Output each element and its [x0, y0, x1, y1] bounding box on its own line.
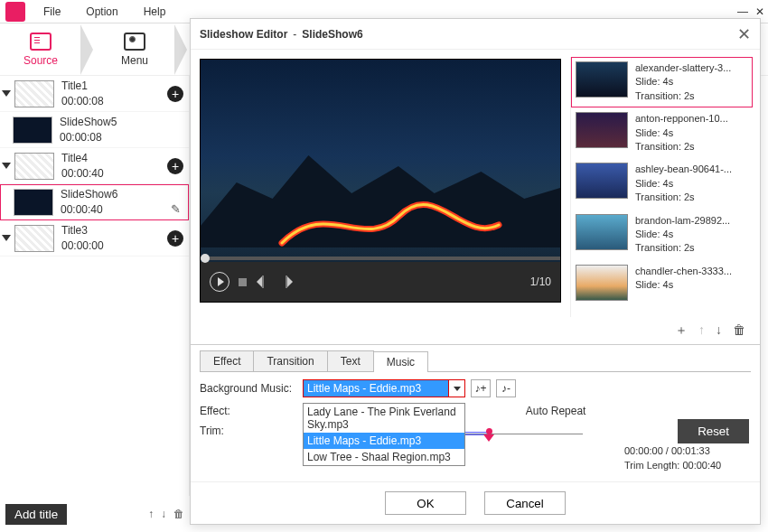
- slide-row[interactable]: brandon-lam-29892...Slide: 4sTransition:…: [571, 210, 753, 260]
- expand-icon[interactable]: [2, 235, 11, 241]
- slide-thumbnail: [576, 265, 628, 301]
- slide-row[interactable]: alexander-slattery-3...Slide: 4sTransiti…: [571, 57, 753, 107]
- play-button[interactable]: [210, 272, 229, 292]
- slide-duration: Slide: 4s: [635, 75, 731, 89]
- slides-list[interactable]: alexander-slattery-3...Slide: 4sTransiti…: [570, 57, 753, 317]
- flip-vertical-icon[interactable]: [279, 275, 294, 288]
- chevron-right-icon: [175, 24, 188, 75]
- move-up-icon[interactable]: ↑: [698, 322, 705, 339]
- slide-transition: Transition: 2s: [635, 89, 731, 103]
- source-item[interactable]: Title400:00:40 +: [0, 148, 189, 184]
- close-icon[interactable]: ✕: [737, 24, 751, 44]
- menu-file[interactable]: File: [31, 5, 73, 18]
- bg-music-label: Background Music:: [200, 382, 297, 395]
- player-controls: 1/10: [201, 262, 560, 302]
- tab-transition[interactable]: Transition: [253, 350, 327, 371]
- slide-row[interactable]: chandler-chen-3333...Slide: 4s: [571, 260, 753, 305]
- slide-transition: Transition: 2s: [635, 140, 728, 154]
- trim-label: Trim:: [200, 425, 297, 437]
- progress-bar[interactable]: [201, 257, 560, 260]
- flip-horizontal-icon[interactable]: [256, 275, 270, 288]
- slide-name: alexander-slattery-3...: [635, 61, 731, 75]
- menu-icon: [124, 33, 145, 51]
- slide-transition: Transition: 2s: [635, 191, 732, 204]
- ok-button[interactable]: OK: [385, 491, 466, 515]
- source-item-title: Title3: [61, 223, 167, 238]
- bg-music-dropdown-list[interactable]: Lady Lane - The Pink Everland Sky.mp3 Li…: [303, 403, 465, 466]
- tab-menu-label: Menu: [121, 54, 148, 67]
- tab-text[interactable]: Text: [327, 350, 374, 371]
- tab-source-label: Source: [23, 54, 58, 67]
- add-button[interactable]: +: [167, 230, 183, 247]
- minimize-icon[interactable]: —: [737, 5, 748, 18]
- add-slide-icon[interactable]: ＋: [675, 322, 688, 339]
- slide-row[interactable]: anton-repponen-10...Slide: 4sTransition:…: [571, 107, 753, 158]
- source-list: Title100:00:08 + SlideShow500:00:08 Titl…: [0, 76, 190, 496]
- source-item[interactable]: SlideShow500:00:08: [0, 112, 189, 148]
- source-item-duration: 00:00:00: [61, 238, 167, 254]
- source-item[interactable]: Title300:00:00 +: [0, 220, 189, 257]
- source-item[interactable]: SlideShow600:00:40 ✎: [0, 184, 189, 220]
- menu-help[interactable]: Help: [131, 5, 179, 18]
- app-logo-icon: [5, 2, 25, 22]
- trim-time-display: 00:00:00 / 00:01:33: [624, 444, 721, 458]
- close-icon[interactable]: ✕: [755, 5, 764, 18]
- trim-length-display: Trim Length: 00:00:40: [624, 459, 721, 472]
- move-down-icon[interactable]: ↓: [161, 508, 166, 520]
- source-icon: [30, 33, 52, 51]
- source-item-title: Title4: [61, 151, 167, 166]
- slide-duration: Slide: 4s: [635, 126, 728, 140]
- slide-thumbnail: [576, 112, 628, 148]
- delete-icon[interactable]: 🗑: [173, 508, 184, 520]
- add-button[interactable]: +: [167, 86, 183, 102]
- slide-thumbnail: [576, 61, 628, 98]
- slide-duration: Slide: 4s: [635, 228, 730, 241]
- source-item-title: SlideShow5: [60, 115, 183, 130]
- preview-player: 1/10: [200, 59, 561, 303]
- source-item-duration: 00:00:08: [61, 94, 167, 109]
- dialog-title: Slideshow Editor: [200, 28, 287, 41]
- cancel-button[interactable]: Cancel: [484, 491, 566, 515]
- trim-end-handle[interactable]: [483, 428, 494, 443]
- move-up-icon[interactable]: ↑: [148, 508, 154, 520]
- slide-name: ashley-bean-90641-...: [635, 163, 732, 176]
- slide-row[interactable]: ashley-bean-90641-...Slide: 4sTransition…: [571, 158, 753, 209]
- dropdown-arrow-icon[interactable]: [448, 380, 464, 397]
- reset-button[interactable]: Reset: [678, 419, 749, 443]
- source-item-duration: 00:00:40: [61, 202, 183, 218]
- slide-duration: Slide: 4s: [635, 278, 732, 292]
- source-item[interactable]: Title100:00:08 +: [0, 76, 189, 112]
- add-title-button[interactable]: Add title: [5, 504, 67, 525]
- source-item-title: Title1: [61, 79, 167, 94]
- editor-tabs: Effect Transition Text Music: [200, 350, 751, 372]
- source-item-duration: 00:00:08: [60, 130, 183, 145]
- bg-music-dropdown[interactable]: Little Maps - Eddie.mp3: [303, 379, 465, 397]
- dialog-header: Slideshow Editor - SlideShow6 ✕: [191, 19, 760, 50]
- slide-transition: Transition: 2s: [635, 241, 730, 255]
- delete-icon[interactable]: 🗑: [733, 322, 745, 339]
- expand-icon[interactable]: [2, 90, 11, 97]
- tab-menu[interactable]: Menu: [94, 23, 175, 76]
- tab-effect[interactable]: Effect: [200, 350, 254, 371]
- dropdown-option[interactable]: Low Tree - Shaal Region.mp3: [304, 449, 464, 465]
- slide-thumbnail: [576, 214, 628, 250]
- expand-icon[interactable]: [2, 163, 11, 169]
- tab-source[interactable]: Source: [0, 23, 81, 76]
- slide-counter: 1/10: [530, 275, 551, 288]
- move-down-icon[interactable]: ↓: [716, 322, 722, 339]
- dialog-subtitle: SlideShow6: [302, 28, 362, 41]
- add-button[interactable]: +: [167, 158, 183, 174]
- stop-button[interactable]: [239, 278, 247, 286]
- chevron-right-icon: [81, 24, 94, 75]
- slide-name: brandon-lam-29892...: [635, 214, 730, 228]
- add-music-icon[interactable]: ♪+: [471, 379, 491, 397]
- slide-name: anton-repponen-10...: [635, 112, 728, 126]
- dropdown-option[interactable]: Lady Lane - The Pink Everland Sky.mp3: [304, 404, 464, 433]
- remove-music-icon[interactable]: ♪-: [496, 379, 516, 397]
- dropdown-option[interactable]: Little Maps - Eddie.mp3: [304, 433, 464, 449]
- edit-icon[interactable]: ✎: [171, 202, 181, 216]
- menu-option[interactable]: Option: [73, 5, 130, 18]
- thumbnail-placeholder-icon: [14, 225, 54, 252]
- tab-music[interactable]: Music: [373, 351, 428, 372]
- thumbnail: [14, 189, 53, 216]
